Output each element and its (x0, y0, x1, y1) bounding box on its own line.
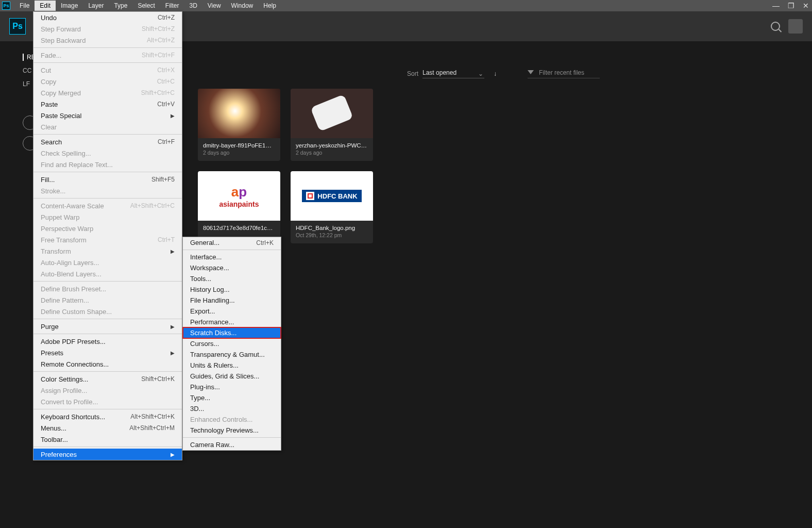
menu-item[interactable]: Fill...Shift+F5 (33, 174, 182, 185)
filter-icon (528, 70, 534, 75)
menu-item: Stroke... (33, 185, 182, 196)
menu-item: Fade...Shift+Ctrl+F (33, 50, 182, 61)
file-card[interactable]: ap asianpaints 80612d717e3e8d70fe1c456 (198, 171, 280, 243)
menu-item[interactable]: Plug-ins... (183, 382, 281, 392)
menu-edit[interactable]: Edit (35, 1, 56, 11)
menu-item: Define Brush Preset... (33, 283, 182, 294)
menu-item[interactable]: SearchCtrl+F (33, 136, 182, 147)
search-icon[interactable] (771, 22, 780, 31)
menu-item[interactable]: Type... (183, 392, 281, 403)
minimize-icon[interactable]: — (772, 2, 780, 10)
menu-item[interactable]: File Handling... (183, 295, 281, 306)
menu-file[interactable]: File (14, 1, 35, 11)
menu-item[interactable]: Remote Connections... (33, 358, 182, 370)
menu-item[interactable]: Transparency & Gamut... (183, 349, 281, 360)
filter-input[interactable]: Filter recent files (528, 69, 600, 78)
thumbnail (291, 89, 373, 138)
file-card[interactable]: yerzhan-yeskozhin-PWC_… 2 days ago (291, 89, 373, 161)
file-subtitle: 2 days ago (203, 150, 275, 156)
sort-label: Sort (407, 70, 418, 77)
thumb-text: HDFC BANK (317, 192, 357, 200)
menu-item[interactable]: Paste Special▶ (33, 110, 182, 121)
file-title: HDFC_Bank_logo.png (296, 225, 368, 231)
menu-item: Define Custom Shape... (33, 306, 182, 317)
menu-item: Clear (33, 121, 182, 133)
menu-item: Find and Replace Text... (33, 159, 182, 170)
menu-item[interactable]: Tools... (183, 273, 281, 284)
menu-item[interactable]: Guides, Grid & Slices... (183, 371, 281, 382)
menu-item[interactable]: PasteCtrl+V (33, 98, 182, 110)
sort-dropdown[interactable]: Last opened (422, 69, 484, 78)
menu-item: Free TransformCtrl+T (33, 234, 182, 245)
menu-item[interactable]: Scratch Disks... (183, 327, 281, 338)
menu-item[interactable]: Toolbar... (33, 434, 182, 445)
app-logo: Ps (9, 18, 26, 35)
menu-item: Content-Aware ScaleAlt+Shift+Ctrl+C (33, 200, 182, 211)
menu-item[interactable]: Menus...Alt+Shift+Ctrl+M (33, 422, 182, 434)
file-card[interactable]: dmitry-bayer-fl91PoFE1DU… 2 days ago (198, 89, 280, 161)
menu-item[interactable]: History Log... (183, 284, 281, 295)
menu-item[interactable]: Technology Previews... (183, 425, 281, 436)
thumbnail: ap asianpaints (198, 171, 280, 221)
menu-item: Auto-Blend Layers... (33, 268, 182, 279)
window-controls: — ❐ ✕ (772, 2, 809, 10)
menu-item[interactable]: General...Ctrl+K (183, 237, 281, 248)
chevron-down-icon[interactable]: ⌄ (478, 70, 483, 77)
file-title: yerzhan-yeskozhin-PWC_… (296, 142, 368, 148)
menu-item: Define Pattern... (33, 294, 182, 306)
menu-item: Auto-Align Layers... (33, 257, 182, 268)
menu-item[interactable]: Preferences▶ (33, 449, 182, 460)
menu-item[interactable]: Export... (183, 306, 281, 317)
file-title: 80612d717e3e8d70fe1c456 (203, 225, 275, 231)
menu-item[interactable]: Adobe PDF Presets... (33, 336, 182, 347)
thumbnail (198, 89, 280, 138)
menu-item[interactable]: Units & Rulers... (183, 360, 281, 371)
edit-menu: UndoCtrl+ZStep ForwardShift+Ctrl+ZStep B… (33, 11, 182, 460)
menu-item[interactable]: 3D... (183, 403, 281, 414)
menu-item: Copy MergedShift+Ctrl+C (33, 87, 182, 98)
menu-item[interactable]: Color Settings...Shift+Ctrl+K (33, 373, 182, 385)
menu-item[interactable]: Interface... (183, 252, 281, 262)
menu-item[interactable]: Performance... (183, 317, 281, 327)
menu-help[interactable]: Help (258, 1, 281, 11)
menu-item[interactable]: Camera Raw... (183, 439, 281, 450)
sort-direction-icon[interactable]: ↓ (494, 70, 497, 77)
menu-3d[interactable]: 3D (184, 1, 202, 11)
menu-window[interactable]: Window (226, 1, 259, 11)
file-subtitle: Oct 29th, 12:22 pm (296, 232, 368, 238)
menu-item: Step BackwardAlt+Ctrl+Z (33, 35, 182, 46)
menu-item[interactable]: Keyboard Shortcuts...Alt+Shift+Ctrl+K (33, 411, 182, 422)
menu-item: Convert to Profile... (33, 396, 182, 407)
avatar[interactable] (788, 19, 803, 34)
menu-item: Assign Profile... (33, 385, 182, 396)
file-title: dmitry-bayer-fl91PoFE1DU… (203, 142, 275, 148)
file-card[interactable]: HDFC BANK HDFC_Bank_logo.png Oct 29th, 1… (291, 171, 373, 243)
menu-item[interactable]: Purge▶ (33, 321, 182, 332)
menu-view[interactable]: View (202, 1, 226, 11)
thumb-text: asianpaints (219, 200, 259, 208)
maximize-icon[interactable]: ❐ (788, 2, 794, 10)
menu-item: Step ForwardShift+Ctrl+Z (33, 23, 182, 35)
menu-item: CopyCtrl+C (33, 76, 182, 87)
menu-layer[interactable]: Layer (83, 1, 109, 11)
menu-item: Enhanced Controls... (183, 414, 281, 425)
menu-item: Check Spelling... (33, 147, 182, 159)
filter-placeholder: Filter recent files (539, 69, 584, 76)
menu-select[interactable]: Select (132, 1, 160, 11)
thumbnail: HDFC BANK (291, 171, 373, 221)
menu-item[interactable]: UndoCtrl+Z (33, 12, 182, 23)
menubar: Ps FileEditImageLayerTypeSelectFilter3DV… (0, 0, 812, 11)
menu-item: Perspective Warp (33, 223, 182, 234)
file-subtitle: 2 days ago (296, 150, 368, 156)
menu-type[interactable]: Type (109, 1, 132, 11)
preferences-submenu: General...Ctrl+KInterface...Workspace...… (182, 237, 281, 451)
menu-item[interactable]: Cursors... (183, 338, 281, 349)
menu-filter[interactable]: Filter (160, 1, 184, 11)
menu-image[interactable]: Image (56, 1, 83, 11)
menu-item[interactable]: Presets▶ (33, 347, 182, 358)
app-badge: Ps (2, 2, 10, 10)
menu-item[interactable]: Workspace... (183, 262, 281, 273)
recent-files-grid: dmitry-bayer-fl91PoFE1DU… 2 days ago yer… (198, 89, 404, 243)
close-icon[interactable]: ✕ (803, 2, 809, 10)
menu-item: CutCtrl+X (33, 64, 182, 76)
